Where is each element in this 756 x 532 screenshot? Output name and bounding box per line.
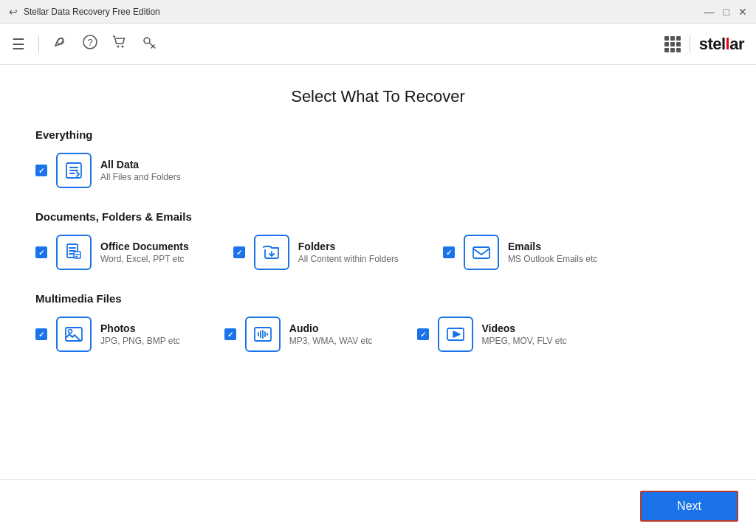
folder-icon — [261, 242, 282, 263]
svg-rect-9 — [473, 247, 489, 258]
toolbar-left: ☰ ? — [12, 34, 157, 54]
svg-point-11 — [69, 330, 72, 334]
toolbar-divider-2 — [690, 35, 690, 53]
items-row-multimedia: ✓ Photos JPG, PNG, BMP etc ✓ — [35, 317, 721, 352]
svg-point-3 — [117, 46, 120, 48]
icon-box-emails — [464, 235, 499, 270]
section-label-multimedia: Multimedia Files — [35, 292, 721, 305]
item-title-photos: Photos — [100, 322, 180, 334]
item-videos[interactable]: ✓ Videos MPEG, MOV, FLV etc — [417, 317, 567, 352]
help-icon[interactable]: ? — [82, 34, 98, 54]
item-all-data[interactable]: ✓ All Data All Files and Folders — [35, 153, 181, 188]
key-icon[interactable] — [141, 34, 157, 54]
checkbox-photos[interactable]: ✓ — [35, 328, 47, 340]
checkbox-all-data[interactable]: ✓ — [35, 165, 47, 176]
title-bar-controls: — □ ✕ — [704, 7, 747, 17]
item-photos[interactable]: ✓ Photos JPG, PNG, BMP etc — [35, 317, 180, 352]
item-subtitle-videos: MPEG, MOV, FLV etc — [482, 336, 567, 346]
checkbox-office-docs[interactable]: ✓ — [35, 246, 47, 258]
icon-box-all-data — [56, 153, 92, 188]
app-title: Stellar Data Recovery Free Edition — [24, 7, 160, 17]
text-office-docs: Office Documents Word, Excel, PPT etc — [100, 241, 189, 264]
toolbar-divider — [38, 35, 39, 53]
item-subtitle-audio: MP3, WMA, WAV etc — [289, 336, 373, 346]
item-folders[interactable]: ✓ Folders All Content within Folders — [233, 235, 399, 270]
main-content: Select What To Recover Everything ✓ All … — [0, 65, 756, 479]
items-row-documents: ✓ Office Documents Word, Excel, PPT etc — [35, 235, 721, 270]
close-button[interactable]: ✕ — [738, 7, 747, 17]
checkmark-audio: ✓ — [227, 331, 233, 339]
checkmark-folders: ✓ — [236, 249, 242, 257]
section-documents: Documents, Folders & Emails ✓ Office Doc… — [35, 210, 721, 270]
svg-marker-14 — [453, 331, 460, 337]
stellar-logo: stellar — [699, 35, 744, 54]
item-title-all-data: All Data — [100, 159, 181, 170]
title-bar: ↩ Stellar Data Recovery Free Edition — □… — [0, 0, 756, 24]
icon-box-folders — [254, 235, 289, 270]
item-title-office-docs: Office Documents — [100, 241, 189, 252]
cart-icon[interactable] — [111, 34, 128, 54]
text-photos: Photos JPG, PNG, BMP etc — [100, 322, 180, 346]
photo-icon — [63, 324, 84, 345]
toolbar-right: stellar — [664, 35, 744, 54]
footer: Next — [0, 479, 756, 532]
items-row-everything: ✓ All Data All Files and Folders — [35, 153, 721, 188]
menu-icon[interactable]: ☰ — [12, 35, 25, 53]
section-label-documents: Documents, Folders & Emails — [35, 210, 721, 223]
email-icon — [471, 242, 492, 263]
icon-box-videos — [438, 317, 473, 352]
audio-icon — [252, 324, 273, 345]
docs-icon — [63, 242, 84, 263]
toolbar: ☰ ? — [0, 24, 756, 65]
text-emails: Emails MS Outlook Emails etc — [508, 241, 597, 264]
next-button[interactable]: Next — [640, 491, 738, 522]
svg-text:?: ? — [87, 37, 92, 48]
icon-box-office-docs — [56, 235, 92, 270]
section-everything: Everything ✓ All Data All Files and Fold… — [35, 128, 721, 188]
item-title-emails: Emails — [508, 241, 597, 252]
checkmark-emails: ✓ — [446, 249, 452, 257]
svg-rect-10 — [66, 328, 82, 341]
item-office-docs[interactable]: ✓ Office Documents Word, Excel, PPT etc — [35, 235, 189, 270]
icon-box-photos — [56, 317, 92, 352]
svg-point-4 — [122, 46, 124, 48]
maximize-button[interactable]: □ — [724, 7, 729, 17]
text-audio: Audio MP3, WMA, WAV etc — [289, 322, 373, 346]
item-title-folders: Folders — [298, 241, 399, 252]
checkbox-videos[interactable]: ✓ — [417, 328, 429, 340]
undo-icon: ↩ — [9, 6, 18, 18]
item-subtitle-emails: MS Outlook Emails etc — [508, 254, 597, 264]
icon-box-audio — [245, 317, 281, 352]
text-all-data: All Data All Files and Folders — [100, 159, 181, 182]
section-multimedia: Multimedia Files ✓ Photos JPG, PNG, BMP … — [35, 292, 721, 352]
apps-icon[interactable] — [664, 36, 681, 52]
text-videos: Videos MPEG, MOV, FLV etc — [482, 322, 567, 346]
item-subtitle-office-docs: Word, Excel, PPT etc — [100, 254, 189, 264]
checkmark-office-docs: ✓ — [38, 249, 44, 257]
item-subtitle-photos: JPG, PNG, BMP etc — [100, 336, 180, 346]
item-audio[interactable]: ✓ Audio MP3, WMA, WAV etc — [224, 317, 373, 352]
video-icon — [445, 324, 466, 345]
checkmark-photos: ✓ — [38, 331, 44, 339]
item-subtitle-all-data: All Files and Folders — [100, 172, 181, 182]
item-title-audio: Audio — [289, 322, 373, 334]
page-title: Select What To Recover — [35, 87, 721, 106]
checkbox-folders[interactable]: ✓ — [233, 246, 245, 258]
title-bar-left: ↩ Stellar Data Recovery Free Edition — [9, 6, 160, 18]
item-emails[interactable]: ✓ Emails MS Outlook Emails etc — [443, 235, 597, 270]
item-title-videos: Videos — [482, 322, 567, 334]
alldata-icon — [63, 160, 84, 181]
checkmark-all-data: ✓ — [38, 167, 44, 175]
edit-icon[interactable] — [52, 34, 69, 54]
checkbox-audio[interactable]: ✓ — [224, 328, 236, 340]
section-label-everything: Everything — [35, 128, 721, 141]
item-subtitle-folders: All Content within Folders — [298, 254, 399, 264]
checkmark-videos: ✓ — [420, 331, 426, 339]
minimize-button[interactable]: — — [704, 7, 715, 17]
checkbox-emails[interactable]: ✓ — [443, 246, 455, 258]
text-folders: Folders All Content within Folders — [298, 241, 399, 264]
